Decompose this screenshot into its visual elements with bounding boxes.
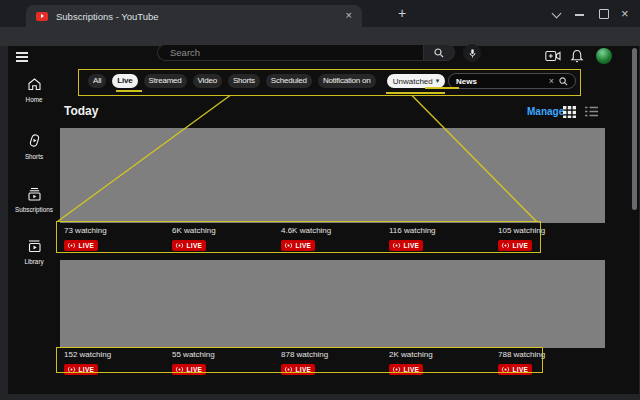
youtube-search: Search (157, 44, 455, 61)
broadcast-icon (392, 242, 401, 249)
home-icon (27, 77, 42, 91)
tab-title: Subscriptions - YouTube (56, 11, 159, 22)
browser-window: Subscriptions - YouTube × + × ← → ↻ yout… (0, 0, 640, 400)
live-video-card[interactable]: 55 watching LIVE (172, 350, 276, 377)
sidebar-item-library[interactable]: Library (8, 239, 60, 265)
live-badge: LIVE (498, 240, 532, 251)
live-badge: LIVE (64, 364, 98, 375)
browser-tab[interactable]: Subscriptions - YouTube × (26, 5, 362, 27)
live-badge: LIVE (281, 364, 315, 375)
live-badge: LIVE (281, 240, 315, 251)
broadcast-icon (175, 242, 184, 249)
window-close-button[interactable]: × (621, 6, 629, 21)
broadcast-icon (501, 366, 510, 373)
live-video-card[interactable]: 105 watching LIVE (498, 226, 602, 253)
voice-search-button[interactable] (463, 44, 481, 62)
live-badge: LIVE (64, 240, 98, 251)
sidebar-item-home[interactable]: Home (8, 77, 60, 103)
live-video-card[interactable]: 152 watching LIVE (64, 350, 168, 377)
grid-view-icon[interactable] (563, 105, 576, 118)
sidebar-item-shorts[interactable]: Shorts (8, 133, 60, 160)
chip-live[interactable]: Live (112, 74, 137, 88)
live-video-card[interactable]: 2K watching LIVE (389, 350, 493, 377)
section-title: Today (64, 104, 98, 118)
filter-chip-bar: All Live Streamed Video Shorts Scheduled… (88, 74, 376, 88)
chip-all[interactable]: All (88, 74, 106, 88)
filter-search-input[interactable]: News (456, 77, 544, 86)
tab-search-chevron-icon[interactable] (552, 9, 562, 19)
live-video-card[interactable]: 116 watching LIVE (389, 226, 493, 253)
subscriptions-icon (27, 187, 42, 201)
live-video-card[interactable]: 4.6K watching LIVE (281, 226, 385, 253)
create-video-icon[interactable] (545, 50, 561, 62)
live-badge: LIVE (172, 364, 206, 375)
youtube-favicon-icon (36, 12, 48, 21)
tab-close-icon[interactable]: × (346, 9, 352, 22)
thumbnail-row-placeholder[interactable] (60, 260, 605, 348)
chip-video[interactable]: Video (193, 74, 222, 88)
new-tab-button[interactable]: + (398, 5, 406, 21)
live-badge: LIVE (389, 240, 423, 251)
live-video-card[interactable]: 73 watching LIVE (64, 226, 168, 253)
youtube-account-avatar[interactable] (596, 48, 612, 64)
notifications-bell-icon[interactable] (570, 49, 584, 63)
list-view-icon[interactable] (585, 106, 598, 117)
manage-link[interactable]: Manage (527, 106, 564, 117)
scrollbar-thumb[interactable] (632, 48, 637, 210)
shorts-icon (27, 133, 42, 148)
broadcast-icon (175, 366, 184, 373)
unwatched-dropdown[interactable]: Unwatched ▾ (387, 74, 445, 88)
filter-search-icon[interactable] (559, 77, 568, 86)
live-badge: LIVE (172, 240, 206, 251)
chevron-down-icon: ▾ (436, 77, 440, 85)
search-button[interactable] (423, 44, 455, 61)
live-badge: LIVE (498, 364, 532, 375)
live-badge: LIVE (389, 364, 423, 375)
broadcast-icon (67, 242, 76, 249)
broadcast-icon (392, 366, 401, 373)
search-input[interactable]: Search (157, 44, 423, 61)
thumbnail-row-placeholder[interactable] (60, 128, 605, 223)
filter-search-box[interactable]: News × (448, 73, 576, 89)
search-placeholder: Search (170, 47, 200, 58)
library-icon (27, 239, 42, 253)
chip-shorts[interactable]: Shorts (228, 74, 260, 88)
chip-scheduled[interactable]: Scheduled (266, 74, 312, 88)
tab-strip: Subscriptions - YouTube × + × (0, 0, 640, 27)
chip-streamed[interactable]: Streamed (144, 74, 187, 88)
clear-search-icon[interactable]: × (549, 76, 554, 86)
broadcast-icon (67, 366, 76, 373)
search-icon (434, 48, 444, 58)
maximize-button[interactable] (599, 9, 609, 19)
sidebar-item-subscriptions[interactable]: Subscriptions (8, 187, 60, 213)
live-video-card[interactable]: 788 watching LIVE (498, 350, 602, 377)
live-video-card[interactable]: 6K watching LIVE (172, 226, 276, 253)
minimize-button[interactable] (575, 14, 584, 16)
microphone-icon (468, 48, 477, 59)
hamburger-menu-icon[interactable] (16, 52, 28, 54)
broadcast-icon (284, 366, 293, 373)
broadcast-icon (284, 242, 293, 249)
broadcast-icon (501, 242, 510, 249)
chip-notification-on[interactable]: Notification on (318, 74, 376, 88)
live-video-card[interactable]: 878 watching LIVE (281, 350, 385, 377)
